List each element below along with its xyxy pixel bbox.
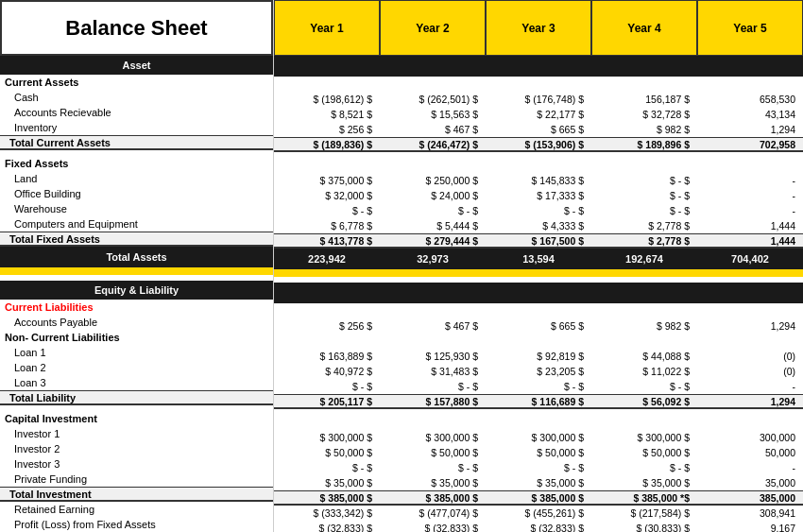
i1-y4: $ 300,000 $	[591, 430, 697, 445]
i3-y1: $ - $	[274, 460, 380, 475]
year-1-header: Year 1	[274, 0, 380, 56]
land-y2: $ 250,000 $	[380, 173, 486, 188]
l2-y2: $ 31,483 $	[380, 364, 486, 379]
l2-y3: $ 23,205 $	[486, 364, 591, 379]
data-profit-loss: $ (32,833) $ $ (32,833) $ $ (32,833) $ $…	[274, 521, 803, 532]
row-computers: Computers and Equipment	[0, 216, 273, 232]
tfa-y5: 1,444	[697, 233, 803, 249]
comp-y4: $ 2,778 $	[591, 218, 697, 233]
year-4-header: Year 4	[591, 0, 697, 56]
inv-y2: $ 467 $	[380, 122, 486, 137]
cash-y2: $ (262,501) $	[380, 92, 486, 107]
data-warehouse: $ - $ $ - $ $ - $ $ - $ -	[274, 203, 803, 218]
row-total-fixed-assets: Total Fixed Assets	[0, 232, 273, 247]
current-assets-header: Current Assets	[0, 75, 273, 90]
i3-y3: $ - $	[486, 460, 591, 475]
pf-y1: $ 35,000 $	[274, 475, 380, 490]
i1-y5: 300,000	[697, 430, 803, 445]
re-y3: $ (455,261) $	[486, 506, 591, 521]
row-investor2: Investor 2	[0, 441, 273, 456]
comp-y5: 1,444	[697, 218, 803, 233]
pf-y3: $ 35,000 $	[486, 475, 591, 490]
row-inventory: Inventory	[0, 120, 273, 135]
data-retained-earning: $ (333,342) $ $ (477,074) $ $ (455,261) …	[274, 506, 803, 521]
ta-y5: 704,402	[697, 249, 803, 269]
row-retained-earning: Retained Earning	[0, 502, 273, 517]
ti-y3: $ 385,000 $	[486, 490, 591, 506]
l3-y1: $ - $	[274, 379, 380, 394]
re-y4: $ (217,584) $	[591, 506, 697, 521]
land-y5: -	[697, 173, 803, 188]
cash-y5: 658,530	[697, 92, 803, 107]
ar-y2: $ 15,563 $	[380, 107, 486, 122]
i2-y4: $ 50,000 $	[591, 445, 697, 460]
years-header: Year 1 Year 2 Year 3 Year 4 Year 5	[274, 0, 803, 56]
data-grid: $ (198,612) $ $ (262,501) $ $ (176,748) …	[274, 56, 803, 532]
ti-y4: $ 385,000 *$	[591, 490, 697, 506]
total-assets-label: Total Assets	[0, 247, 273, 267]
left-panel: Balance Sheet Asset Current Assets Cash …	[0, 0, 274, 532]
row-warehouse: Warehouse	[0, 201, 273, 216]
ti-y1: $ 385,000 $	[274, 490, 380, 506]
row-investor1: Investor 1	[0, 426, 273, 441]
tfa-y1: $ 413,778 $	[274, 233, 380, 249]
data-investor3: $ - $ $ - $ $ - $ $ - $ -	[274, 460, 803, 475]
data-asset-header	[274, 56, 803, 77]
ap-y1: $ 256 $	[274, 318, 380, 334]
tl-y4: $ 56,092 $	[591, 394, 697, 409]
data-investor1: $ 300,000 $ $ 300,000 $ $ 300,000 $ $ 30…	[274, 430, 803, 445]
row-office-building: Office Building	[0, 186, 273, 201]
inv-y1: $ 256 $	[274, 122, 380, 137]
i1-y1: $ 300,000 $	[274, 430, 380, 445]
asset-header: Asset	[0, 56, 273, 75]
tfa-y3: $ 167,500 $	[486, 233, 591, 249]
data-loan2: $ 40,972 $ $ 31,483 $ $ 23,205 $ $ 11,02…	[274, 364, 803, 379]
data-total-current-assets: $ (189,836) $ $ (246,472) $ $ (153,906) …	[274, 137, 803, 152]
ob-y2: $ 24,000 $	[380, 188, 486, 203]
tl-y5: 1,294	[697, 394, 803, 409]
re-y2: $ (477,074) $	[380, 506, 486, 521]
data-loan1: $ 163,889 $ $ 125,930 $ $ 92,819 $ $ 44,…	[274, 349, 803, 364]
i2-y5: 50,000	[697, 445, 803, 460]
balance-sheet-container: Balance Sheet Asset Current Assets Cash …	[0, 0, 803, 532]
i2-y3: $ 50,000 $	[486, 445, 591, 460]
row-total-liability: Total Liability	[0, 390, 273, 405]
ob-y3: $ 17,333 $	[486, 188, 591, 203]
l1-y5: (0)	[697, 349, 803, 364]
i3-y2: $ - $	[380, 460, 486, 475]
pf-y4: $ 35,000 $	[591, 475, 697, 490]
re-y1: $ (333,342) $	[274, 506, 380, 521]
data-loan3: $ - $ $ - $ $ - $ $ - $ -	[274, 379, 803, 394]
land-y4: $ - $	[591, 173, 697, 188]
yellow-bar-1	[0, 267, 273, 275]
tca-y2: $ (246,472) $	[380, 137, 486, 152]
year-3-header: Year 3	[486, 0, 591, 56]
ar-y5: 43,134	[697, 107, 803, 122]
data-accounts-payable: $ 256 $ $ 467 $ $ 665 $ $ 982 $ 1,294	[274, 318, 803, 334]
l1-y2: $ 125,930 $	[380, 349, 486, 364]
tl-y2: $ 157,880 $	[380, 394, 486, 409]
pf-y2: $ 35,000 $	[380, 475, 486, 490]
right-panel: Year 1 Year 2 Year 3 Year 4 Year 5 $ (19…	[274, 0, 803, 532]
data-investor2: $ 50,000 $ $ 50,000 $ $ 50,000 $ $ 50,00…	[274, 445, 803, 460]
data-current-assets-header	[274, 77, 803, 92]
inv-y3: $ 665 $	[486, 122, 591, 137]
row-private-funding: Private Funding	[0, 472, 273, 487]
data-inventory: $ 256 $ $ 467 $ $ 665 $ $ 982 $ 1,294	[274, 122, 803, 137]
tfa-y4: $ 2,778 $	[591, 233, 697, 249]
l2-y4: $ 11,022 $	[591, 364, 697, 379]
tfa-y2: $ 279,444 $	[380, 233, 486, 249]
data-total-liability: $ 205,117 $ $ 157,880 $ $ 116,689 $ $ 56…	[274, 394, 803, 409]
inv-y4: $ 982 $	[591, 122, 697, 137]
equity-liability-header: Equity & Liability	[0, 281, 273, 300]
l3-y2: $ - $	[380, 379, 486, 394]
ta-y3: 13,594	[486, 249, 591, 269]
i1-y3: $ 300,000 $	[486, 430, 591, 445]
wh-y1: $ - $	[274, 203, 380, 218]
row-cash: Cash	[0, 90, 273, 105]
pl-y5: 9,167	[697, 521, 803, 532]
land-y3: $ 145,833 $	[486, 173, 591, 188]
row-accounts-receivable: Accounts Recievable	[0, 105, 273, 120]
ap-y4: $ 982 $	[591, 318, 697, 334]
cash-y3: $ (176,748) $	[486, 92, 591, 107]
